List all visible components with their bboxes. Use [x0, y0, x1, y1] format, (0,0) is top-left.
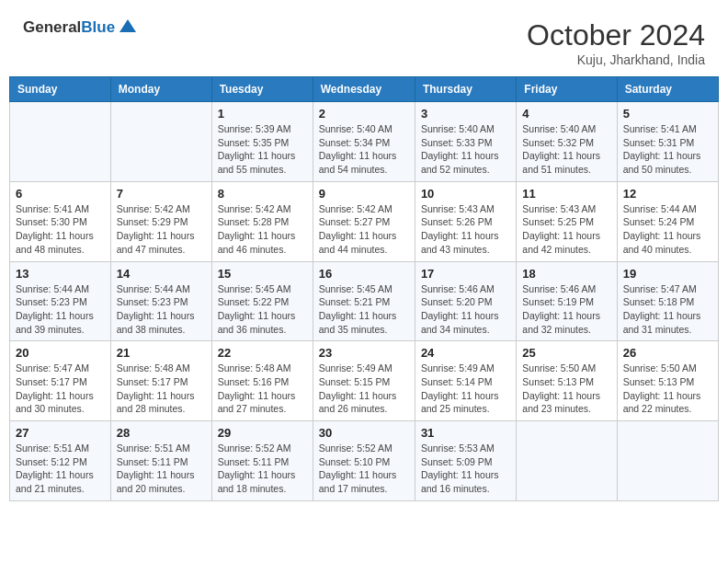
calendar-cell: 15Sunrise: 5:45 AMSunset: 5:22 PMDayligh… — [211, 261, 313, 341]
day-info: Sunrise: 5:43 AMSunset: 5:25 PMDaylight:… — [522, 202, 610, 257]
title-section: October 2024 Kuju, Jharkhand, India — [527, 18, 705, 67]
day-info: Sunrise: 5:50 AMSunset: 5:13 PMDaylight:… — [522, 362, 610, 416]
day-number: 26 — [623, 346, 712, 360]
day-header-tuesday: Tuesday — [211, 77, 313, 102]
day-number: 13 — [16, 267, 105, 281]
calendar-cell: 24Sunrise: 5:49 AMSunset: 5:14 PMDayligh… — [415, 341, 516, 421]
calendar-cell: 8Sunrise: 5:42 AMSunset: 5:28 PMDaylight… — [211, 181, 313, 261]
logo-blue-text: Blue — [81, 18, 115, 36]
day-number: 27 — [16, 426, 105, 440]
day-number: 20 — [16, 346, 105, 360]
calendar-week-2: 6Sunrise: 5:41 AMSunset: 5:30 PMDaylight… — [10, 181, 719, 261]
day-info: Sunrise: 5:46 AMSunset: 5:20 PMDaylight:… — [421, 282, 510, 337]
day-info: Sunrise: 5:42 AMSunset: 5:29 PMDaylight:… — [117, 202, 206, 257]
calendar-cell — [617, 421, 718, 501]
calendar-cell: 12Sunrise: 5:44 AMSunset: 5:24 PMDayligh… — [617, 181, 718, 261]
day-info: Sunrise: 5:50 AMSunset: 5:13 PMDaylight:… — [623, 362, 712, 416]
day-header-thursday: Thursday — [415, 77, 516, 102]
logo: GeneralBlue — [23, 18, 136, 37]
day-headers-row: SundayMondayTuesdayWednesdayThursdayFrid… — [10, 77, 719, 102]
calendar-cell: 4Sunrise: 5:40 AMSunset: 5:32 PMDaylight… — [517, 102, 617, 182]
calendar-cell — [517, 421, 617, 501]
day-info: Sunrise: 5:47 AMSunset: 5:17 PMDaylight:… — [16, 362, 105, 416]
day-info: Sunrise: 5:52 AMSunset: 5:10 PMDaylight:… — [319, 442, 409, 496]
calendar-body: 1Sunrise: 5:39 AMSunset: 5:35 PMDaylight… — [10, 102, 719, 501]
calendar-cell: 10Sunrise: 5:43 AMSunset: 5:26 PMDayligh… — [415, 181, 516, 261]
day-info: Sunrise: 5:45 AMSunset: 5:21 PMDaylight:… — [319, 282, 409, 337]
day-number: 2 — [319, 107, 409, 121]
calendar-week-3: 13Sunrise: 5:44 AMSunset: 5:23 PMDayligh… — [10, 261, 719, 341]
day-header-friday: Friday — [517, 77, 617, 102]
calendar-cell — [110, 102, 211, 182]
day-number: 15 — [218, 267, 307, 281]
day-number: 25 — [522, 346, 610, 360]
day-number: 23 — [319, 346, 409, 360]
day-info: Sunrise: 5:42 AMSunset: 5:27 PMDaylight:… — [319, 202, 409, 257]
day-number: 10 — [421, 187, 510, 201]
day-number: 21 — [117, 346, 206, 360]
calendar-cell: 13Sunrise: 5:44 AMSunset: 5:23 PMDayligh… — [10, 261, 111, 341]
day-info: Sunrise: 5:48 AMSunset: 5:16 PMDaylight:… — [218, 362, 307, 416]
day-number: 30 — [319, 426, 409, 440]
day-number: 3 — [421, 107, 510, 121]
calendar-cell: 11Sunrise: 5:43 AMSunset: 5:25 PMDayligh… — [517, 181, 617, 261]
day-info: Sunrise: 5:41 AMSunset: 5:31 PMDaylight:… — [623, 122, 712, 177]
day-info: Sunrise: 5:42 AMSunset: 5:28 PMDaylight:… — [218, 202, 307, 257]
calendar-cell: 5Sunrise: 5:41 AMSunset: 5:31 PMDaylight… — [617, 102, 718, 182]
calendar-table: SundayMondayTuesdayWednesdayThursdayFrid… — [9, 76, 719, 501]
calendar-week-1: 1Sunrise: 5:39 AMSunset: 5:35 PMDaylight… — [10, 102, 719, 182]
day-number: 1 — [218, 107, 307, 121]
calendar-cell: 22Sunrise: 5:48 AMSunset: 5:16 PMDayligh… — [211, 341, 313, 421]
day-number: 14 — [117, 267, 206, 281]
calendar-cell: 28Sunrise: 5:51 AMSunset: 5:11 PMDayligh… — [110, 421, 211, 501]
calendar-cell — [10, 102, 111, 182]
day-header-sunday: Sunday — [10, 77, 111, 102]
day-number: 16 — [319, 267, 409, 281]
day-header-monday: Monday — [110, 77, 211, 102]
calendar-cell: 17Sunrise: 5:46 AMSunset: 5:20 PMDayligh… — [415, 261, 516, 341]
calendar-cell: 30Sunrise: 5:52 AMSunset: 5:10 PMDayligh… — [313, 421, 415, 501]
calendar-cell: 7Sunrise: 5:42 AMSunset: 5:29 PMDaylight… — [110, 181, 211, 261]
calendar-cell: 29Sunrise: 5:52 AMSunset: 5:11 PMDayligh… — [211, 421, 313, 501]
day-info: Sunrise: 5:49 AMSunset: 5:14 PMDaylight:… — [421, 362, 510, 416]
calendar-cell: 20Sunrise: 5:47 AMSunset: 5:17 PMDayligh… — [10, 341, 111, 421]
page-header: GeneralBlue October 2024 Kuju, Jharkhand… — [9, 9, 719, 72]
calendar-cell: 2Sunrise: 5:40 AMSunset: 5:34 PMDaylight… — [313, 102, 415, 182]
day-number: 7 — [117, 187, 206, 201]
day-number: 19 — [623, 267, 712, 281]
day-header-wednesday: Wednesday — [313, 77, 415, 102]
calendar-cell: 19Sunrise: 5:47 AMSunset: 5:18 PMDayligh… — [617, 261, 718, 341]
day-number: 12 — [623, 187, 712, 201]
calendar-cell: 25Sunrise: 5:50 AMSunset: 5:13 PMDayligh… — [517, 341, 617, 421]
day-number: 8 — [218, 187, 307, 201]
day-number: 31 — [421, 426, 510, 440]
logo-icon — [119, 19, 136, 36]
day-number: 11 — [522, 187, 610, 201]
day-number: 18 — [522, 267, 610, 281]
calendar-cell: 18Sunrise: 5:46 AMSunset: 5:19 PMDayligh… — [517, 261, 617, 341]
day-info: Sunrise: 5:39 AMSunset: 5:35 PMDaylight:… — [218, 122, 307, 177]
location: Kuju, Jharkhand, India — [527, 52, 705, 67]
calendar-cell: 27Sunrise: 5:51 AMSunset: 5:12 PMDayligh… — [10, 421, 111, 501]
day-info: Sunrise: 5:41 AMSunset: 5:30 PMDaylight:… — [16, 202, 105, 257]
calendar-cell: 16Sunrise: 5:45 AMSunset: 5:21 PMDayligh… — [313, 261, 415, 341]
day-info: Sunrise: 5:40 AMSunset: 5:33 PMDaylight:… — [421, 122, 510, 177]
day-info: Sunrise: 5:45 AMSunset: 5:22 PMDaylight:… — [218, 282, 307, 337]
day-number: 28 — [117, 426, 206, 440]
calendar-cell: 9Sunrise: 5:42 AMSunset: 5:27 PMDaylight… — [313, 181, 415, 261]
day-number: 9 — [319, 187, 409, 201]
calendar-cell: 26Sunrise: 5:50 AMSunset: 5:13 PMDayligh… — [617, 341, 718, 421]
day-info: Sunrise: 5:40 AMSunset: 5:34 PMDaylight:… — [319, 122, 409, 177]
calendar-cell: 23Sunrise: 5:49 AMSunset: 5:15 PMDayligh… — [313, 341, 415, 421]
day-info: Sunrise: 5:48 AMSunset: 5:17 PMDaylight:… — [117, 362, 206, 416]
day-info: Sunrise: 5:51 AMSunset: 5:11 PMDaylight:… — [117, 442, 206, 496]
day-info: Sunrise: 5:43 AMSunset: 5:26 PMDaylight:… — [421, 202, 510, 257]
month-title: October 2024 — [527, 18, 705, 52]
calendar-cell: 14Sunrise: 5:44 AMSunset: 5:23 PMDayligh… — [110, 261, 211, 341]
day-info: Sunrise: 5:53 AMSunset: 5:09 PMDaylight:… — [421, 442, 510, 496]
day-info: Sunrise: 5:51 AMSunset: 5:12 PMDaylight:… — [16, 442, 105, 496]
day-info: Sunrise: 5:44 AMSunset: 5:23 PMDaylight:… — [117, 282, 206, 337]
day-number: 17 — [421, 267, 510, 281]
day-header-saturday: Saturday — [617, 77, 718, 102]
calendar-cell: 31Sunrise: 5:53 AMSunset: 5:09 PMDayligh… — [415, 421, 516, 501]
